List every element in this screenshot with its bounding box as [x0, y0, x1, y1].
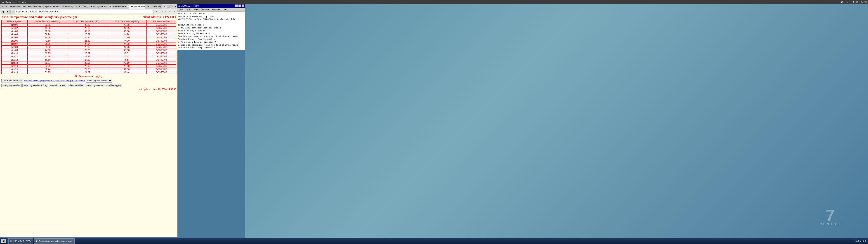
- last-updated: Last Updated: June 16, 2024 14:53:43: [1, 88, 176, 91]
- table-cell: aida12: [2, 58, 28, 61]
- tab-experiment-control[interactable]: Experiment Control @... ×: [8, 4, 26, 9]
- table-cell: aida15: [2, 68, 28, 71]
- midas-log-line: executing do_PostSetup: [178, 30, 245, 33]
- table-cell: 42.25: [107, 27, 147, 30]
- reset-button[interactable]: Reset: [59, 84, 67, 87]
- empty-log-button[interactable]: Empty Log Window: [1, 84, 22, 87]
- tab-aida[interactable]: AIDA ×: [0, 4, 8, 9]
- midas-minimize-button[interactable]: _: [235, 4, 238, 7]
- midas-menu-edit[interactable]: Edit: [185, 8, 192, 11]
- bookmark-icon[interactable]: ★: [154, 10, 158, 14]
- tab-statistics[interactable]: Statistics @ carme-... ×: [61, 4, 78, 9]
- table-cell: 26.25: [68, 49, 107, 52]
- show-variables-button[interactable]: Show Variables: [68, 84, 84, 87]
- table-cell: 40.44: [107, 71, 147, 74]
- reload-button-page[interactable]: Reload: [49, 84, 58, 87]
- tab-asic-control[interactable]: ASIC Control @ carr... ×: [145, 4, 162, 9]
- table-cell: aida08: [2, 45, 28, 49]
- table-cell: 30.19: [68, 30, 107, 33]
- applications-menu[interactable]: Applications: [1, 1, 16, 4]
- tab-run-control[interactable]: Run Control @ carm... ×: [26, 4, 43, 9]
- midas-maximize-button[interactable]: □: [239, 4, 241, 7]
- midas-menu-file[interactable]: File: [178, 8, 185, 11]
- system-tray: ▣ ♪ ⏻ Sun 14:53: [840, 0, 867, 4]
- tab-temperature[interactable]: Temperature and st... ×: [129, 4, 145, 9]
- address-bar[interactable]: [15, 10, 154, 14]
- minimize-button[interactable]: _: [166, 5, 170, 8]
- tab-white-rabbit[interactable]: GSI White Rabbit Tr... ×: [112, 4, 128, 9]
- table-cell: 0x3350706: [147, 58, 176, 61]
- table-cell: 56.69: [27, 58, 68, 61]
- midas-menu-terminal[interactable]: Terminal: [211, 8, 222, 11]
- table-cell: 43.00: [107, 30, 147, 33]
- tab-system-check[interactable]: System wide Check... ×: [95, 4, 112, 9]
- control-buttons-row: Empty Log Window Send Log Window to fLog…: [1, 84, 176, 87]
- col-header-virtex: Virtex Temperature(65C): [27, 20, 68, 24]
- table-cell: 43.31: [107, 55, 147, 58]
- reload-button[interactable]: ↻: [10, 10, 14, 14]
- midas-log-line: ::MASTERTS namespace already exists: [178, 27, 245, 30]
- midas-menu-search[interactable]: Search: [200, 8, 210, 11]
- browser-tab-bar: AIDA × Experiment Control @... × Run Con…: [0, 4, 178, 9]
- new-tab-button[interactable]: +: [162, 4, 166, 8]
- forward-button[interactable]: ▶: [6, 10, 10, 14]
- table-cell: aida04: [2, 33, 28, 36]
- midas-close-button[interactable]: ×: [242, 4, 244, 7]
- table-row: aida0555.0620.4441.500x3350706: [2, 36, 176, 39]
- nav-bar-right: ★ 90% − + ≡: [154, 10, 177, 14]
- temperature-table: FEE64 System Virtex Temperature(65C) PSU…: [1, 20, 176, 74]
- zoom-in-icon[interactable]: +: [168, 10, 172, 14]
- zoom-out-icon[interactable]: −: [163, 10, 167, 14]
- table-cell: 25.12: [68, 45, 107, 49]
- menu-icon[interactable]: ≡: [173, 10, 177, 14]
- table-cell: aida07: [2, 42, 28, 45]
- taskbar-label-temperature: Temperature and status scan @ car...: [39, 240, 72, 242]
- table-row: aida0249.0028.1242.250x3350706: [2, 27, 176, 30]
- show-log-button[interactable]: Show Log Window: [85, 84, 105, 87]
- places-menu[interactable]: Places: [18, 1, 27, 4]
- back-button[interactable]: ◀: [1, 10, 5, 14]
- table-cell: 44.94: [107, 33, 147, 36]
- table-cell: 28.12: [68, 27, 107, 30]
- plot-temperature-button[interactable]: Plot Temperature file: [1, 79, 23, 83]
- midas-content[interactable]: RunControlClient loadedCompleted custom …: [178, 12, 245, 50]
- table-cell: 0x3350706: [147, 55, 176, 58]
- midas-menu-view[interactable]: View: [192, 8, 200, 11]
- midas-log-line: [178, 21, 245, 24]
- col-header-fee64: FEE64 System: [2, 20, 28, 24]
- table-cell: 0x3350706: [147, 39, 176, 42]
- tab-control[interactable]: Control @ carme-gsi... ×: [78, 4, 95, 9]
- table-row: aida0855.5025.1242.250x3350706: [2, 45, 176, 49]
- maximize-button[interactable]: □: [170, 5, 174, 8]
- table-row: aida1356.8125.5642.190x3350706: [2, 61, 176, 65]
- midas-menu-help[interactable]: Help: [222, 8, 230, 11]
- system-functions-label: System functions (Expert users only for …: [24, 80, 85, 82]
- table-cell: aida16: [2, 71, 28, 74]
- table-row: aida0641.5025.6244.000x3350706: [2, 39, 176, 42]
- table-cell: 0x3350706: [147, 49, 176, 52]
- launcher-button[interactable]: ▣: [1, 239, 6, 243]
- table-row: aida1651.7524.6940.440x3350706: [2, 71, 176, 74]
- centos-number: 7: [819, 206, 841, 224]
- enable-logging-button[interactable]: Enable Logging: [105, 84, 122, 87]
- table-cell: 59.25: [27, 24, 68, 27]
- taskbar-app-midas[interactable]: □ AIDA MIDAS HTTPd: [8, 238, 33, 244]
- select-function-dropdown[interactable]: Select required function: [86, 79, 112, 83]
- table-cell: 0x3350706: [147, 42, 176, 45]
- taskbar-app-temperature[interactable]: 🌡 Temperature and status scan @ car...: [34, 238, 74, 244]
- table-cell: 22.25: [68, 68, 107, 71]
- table-row: aida0944.5026.2547.880x3350706: [2, 49, 176, 52]
- table-cell: 53.69: [27, 65, 68, 68]
- close-button[interactable]: ×: [174, 5, 177, 8]
- table-cell: 46.06: [107, 68, 147, 71]
- send-log-button[interactable]: Send Log Window to fLog: [22, 84, 49, 87]
- desktop: 7 CENTOS: [245, 0, 868, 244]
- col-header-psu: PSU Temperature(35C): [68, 20, 107, 24]
- tab-spectrum[interactable]: Spectrum Browser @... ×: [43, 4, 61, 9]
- table-cell: aida03: [2, 30, 28, 33]
- taskbar-clock: Sun 14:53: [853, 240, 868, 242]
- network-icon: ▣: [840, 0, 844, 4]
- table-cell: 41.50: [107, 36, 147, 39]
- table-row: aida0458.9423.3144.940x3350706: [2, 33, 176, 36]
- table-cell: 55.50: [27, 45, 68, 49]
